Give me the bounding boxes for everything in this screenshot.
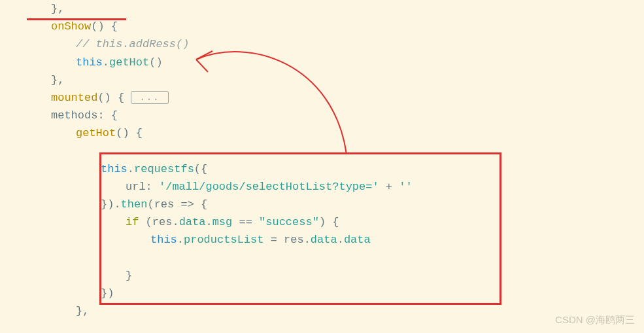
this-keyword: this — [76, 56, 103, 69]
code-line: }, — [26, 0, 644, 18]
method-name: mounted — [51, 92, 97, 104]
function-call: getHot — [109, 56, 149, 69]
code-fold-button[interactable]: ... — [131, 91, 168, 104]
code-line: mounted() { ... — [26, 89, 644, 107]
property-name: methods — [51, 109, 97, 122]
brace-text: }, — [51, 3, 64, 15]
code-line: }, — [26, 302, 644, 320]
red-box-annotation — [99, 152, 501, 305]
code-line: this.getHot() — [26, 54, 644, 71]
watermark-text: CSDN @海鸥两三 — [555, 312, 635, 328]
method-name: onShow — [51, 20, 91, 33]
method-name: getHot — [76, 127, 116, 139]
comment-text: // this.addRess() — [76, 38, 189, 50]
code-line: onShow() { — [26, 18, 644, 35]
code-line: // this.addRess() — [26, 35, 644, 53]
code-line: methods: { — [26, 107, 644, 124]
code-line: }, — [26, 71, 644, 89]
red-underline-annotation — [27, 18, 126, 20]
code-line: getHot() { — [26, 124, 644, 142]
